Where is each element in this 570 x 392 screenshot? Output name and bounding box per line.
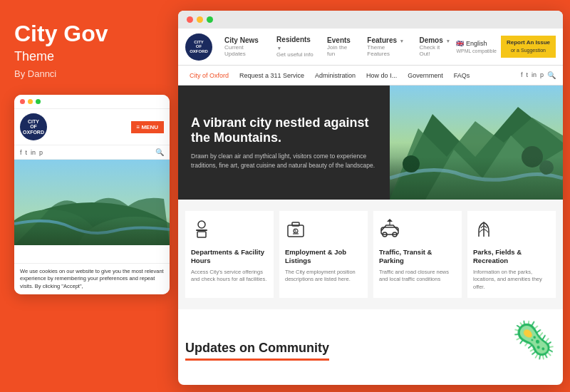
service-desc-traffic: Traffic and road closure news and local … [379, 269, 456, 284]
browser-dot-yellow [197, 16, 203, 23]
svg-point-10 [539, 160, 554, 175]
left-panel: City Gov Theme By Dannci CITYOFOXFORD ≡ … [14, 21, 171, 294]
browser-mockup: CITYOFOXFORD City News Current Updates R… [178, 11, 563, 385]
nav-items: City News Current Updates Residents ▾ Ge… [219, 33, 456, 61]
sec-nav-faqs[interactable]: FAQs [450, 71, 475, 81]
theme-title: City Gov [14, 21, 171, 46]
report-issue-button[interactable]: Report An Issue or a Suggestion [501, 36, 556, 58]
sec-facebook-icon[interactable]: f [521, 71, 523, 79]
mobile-nav: CITYOFOXFORD ≡ MENU [14, 109, 170, 145]
mobile-dot-green [36, 99, 41, 104]
facebook-icon[interactable]: f [20, 149, 22, 156]
sec-pinterest-icon[interactable]: p [540, 71, 544, 79]
traffic-icon [379, 218, 456, 244]
svg-point-3 [78, 217, 170, 245]
service-title-employment: Employment & Job Listings [285, 248, 362, 266]
pinterest-icon[interactable]: p [39, 149, 43, 156]
hero-content: A vibrant city nestled against the Mount… [178, 86, 390, 200]
mobile-site-logo: CITYOFOXFORD [20, 113, 47, 140]
nav-demos[interactable]: Demos ▾ Check it Out! [414, 33, 456, 60]
sec-nav-administration[interactable]: Administration [311, 71, 360, 81]
sec-nav-government[interactable]: Government [403, 71, 447, 81]
browser-top-bar [178, 11, 563, 29]
svg-rect-15 [292, 222, 299, 226]
secondary-nav: City of Oxford Request a 311 Service Adm… [178, 66, 563, 86]
parks-icon [473, 218, 550, 244]
nav-right: 🇬🇧 English WPML compatible Report An Iss… [456, 36, 556, 58]
mobile-social-bar: f t in p 🔍 [14, 145, 170, 160]
sec-nav-oxford[interactable]: City of Oxford [185, 71, 233, 81]
virus-icon: 🦠 [512, 319, 556, 361]
service-desc-departments: Access City's service offerings and chec… [191, 269, 268, 284]
service-card-traffic[interactable]: Traffic, Transit & Parking Traffic and r… [373, 211, 462, 298]
hero-title: A vibrant city nestled against the Mount… [191, 115, 377, 146]
nav-events[interactable]: Events Join the fun [322, 33, 361, 60]
cookie-text: We use cookies on our website to give yo… [20, 268, 164, 289]
mobile-mockup: CITYOFOXFORD ≡ MENU f t in p 🔍 [14, 95, 170, 294]
twitter-icon[interactable]: t [26, 149, 28, 156]
service-card-employment[interactable]: $ Employment & Job Listings The City emp… [279, 211, 368, 298]
site-logo: CITYOFOXFORD [185, 33, 212, 61]
sec-nav-social: f t in p 🔍 [521, 71, 556, 79]
mobile-top-bar [14, 95, 170, 109]
bottom-section: Updates on Community 🦠 [178, 309, 563, 366]
nav-features[interactable]: Features ▾ Theme Features [362, 33, 413, 60]
mobile-window-dots [20, 99, 41, 104]
nav-city-news[interactable]: City News Current Updates [219, 33, 270, 60]
theme-subtitle: Theme [14, 49, 171, 64]
hero-section: A vibrant city nestled against the Mount… [178, 86, 563, 200]
primary-nav: CITYOFOXFORD City News Current Updates R… [178, 29, 563, 66]
sec-search-icon[interactable]: 🔍 [547, 71, 556, 79]
community-updates-title: Updates on Community [185, 341, 329, 361]
svg-rect-12 [196, 229, 207, 231]
theme-author: By Dannci [14, 68, 171, 79]
browser-dot-red [187, 16, 193, 23]
mobile-menu-button[interactable]: ≡ MENU [131, 121, 164, 133]
nav-residents[interactable]: Residents ▾ Get useful info [271, 33, 321, 61]
mobile-dot-yellow [28, 99, 33, 104]
hero-description: Drawn by clean air and mythical light, v… [191, 152, 377, 170]
hero-image [390, 86, 563, 200]
svg-marker-23 [387, 219, 393, 222]
employment-icon: $ [285, 218, 362, 244]
sec-nav-311[interactable]: Request a 311 Service [235, 71, 309, 81]
svg-point-8 [403, 155, 420, 172]
service-title-traffic: Traffic, Transit & Parking [379, 248, 456, 266]
svg-point-11 [198, 221, 205, 228]
service-desc-employment: The City employment position description… [285, 269, 362, 284]
sec-nav-howdoi[interactable]: How do I... [362, 71, 401, 81]
mobile-search-icon[interactable]: 🔍 [155, 148, 164, 156]
services-section: Departments & Facility Hours Access City… [178, 200, 563, 309]
service-title-parks: Parks, Fields & Recreation [473, 248, 550, 266]
service-title-departments: Departments & Facility Hours [191, 248, 268, 266]
departments-icon [191, 218, 268, 244]
sec-twitter-icon[interactable]: t [526, 71, 528, 79]
mobile-cookie-bar: We use cookies on our website to give yo… [14, 263, 170, 295]
browser-dot-green [207, 16, 213, 23]
service-card-departments[interactable]: Departments & Facility Hours Access City… [185, 211, 274, 298]
service-desc-parks: Information on the parks, locations, and… [473, 269, 550, 292]
mobile-social-icons: f t in p [20, 149, 43, 156]
svg-point-9 [522, 146, 543, 167]
language-selector[interactable]: 🇬🇧 English WPML compatible [456, 40, 497, 54]
svg-rect-13 [197, 232, 206, 237]
mobile-hero-image [14, 160, 170, 245]
instagram-icon[interactable]: in [31, 149, 36, 156]
service-card-parks[interactable]: Parks, Fields & Recreation Information o… [467, 211, 556, 298]
mobile-dot-red [20, 99, 25, 104]
sec-instagram-icon[interactable]: in [532, 71, 537, 79]
